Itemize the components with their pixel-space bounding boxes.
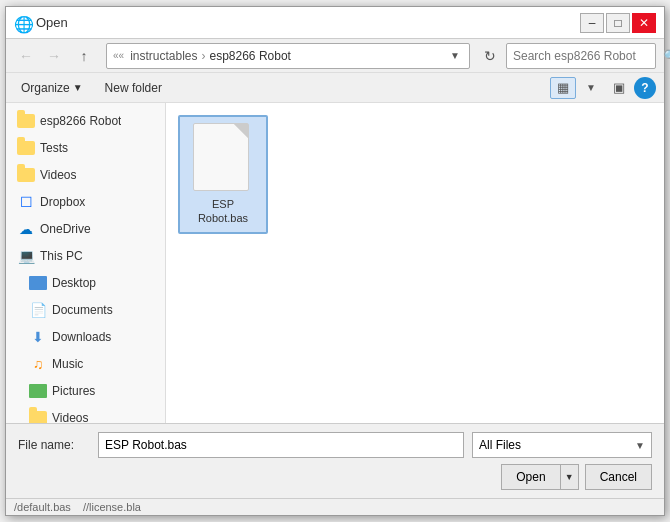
docs-icon: 📄 <box>29 301 47 319</box>
organize-button[interactable]: Organize ▼ <box>14 78 90 98</box>
breadcrumb: «« instructables › esp8266 Robot <box>113 49 447 63</box>
search-box[interactable]: 🔍 <box>506 43 656 69</box>
open-dropdown-arrow[interactable]: ▼ <box>560 465 578 489</box>
minimize-button[interactable]: – <box>580 13 604 33</box>
footer: File name: All Files ▼ Open ▼ Cancel <box>6 423 664 498</box>
file-icon <box>193 123 253 193</box>
organize-dropdown-icon: ▼ <box>73 82 83 93</box>
title-bar: 🌐 Open – □ ✕ <box>6 7 664 39</box>
sidebar-item-desktop[interactable]: Desktop <box>8 270 163 296</box>
sidebar-item-label: esp8266 Robot <box>40 114 121 128</box>
window-controls: – □ ✕ <box>580 13 656 33</box>
music-icon: ♫ <box>29 355 47 373</box>
folder-icon <box>29 409 47 423</box>
open-button-group[interactable]: Open ▼ <box>501 464 578 490</box>
desktop-icon <box>29 274 47 292</box>
new-folder-button[interactable]: New folder <box>98 78 169 98</box>
sidebar-item-this-pc[interactable]: 💻 This PC <box>8 243 163 269</box>
sidebar-item-label: Videos <box>52 411 88 423</box>
sidebar-item-label: This PC <box>40 249 83 263</box>
organize-label: Organize <box>21 81 70 95</box>
pane-button[interactable]: ▣ <box>606 77 632 99</box>
filename-row: File name: All Files ▼ <box>18 432 652 458</box>
filename-input[interactable] <box>98 432 464 458</box>
sidebar-item-documents[interactable]: 📄 Documents <box>8 297 163 323</box>
maximize-button[interactable]: □ <box>606 13 630 33</box>
breadcrumb-part-2: esp8266 Robot <box>210 49 291 63</box>
open-dialog: 🌐 Open – □ ✕ ← → ↑ «« instructables › es… <box>5 6 665 516</box>
address-dropdown-arrow[interactable]: ▼ <box>447 50 463 61</box>
sidebar-item-dropbox[interactable]: ☐ Dropbox <box>8 189 163 215</box>
open-button[interactable]: Open <box>502 465 559 489</box>
folder-icon <box>17 166 35 184</box>
search-input[interactable] <box>513 49 663 63</box>
sidebar-item-downloads[interactable]: ⬇ Downloads <box>8 324 163 350</box>
secondary-toolbar: Organize ▼ New folder ▦ ▼ ▣ ? <box>6 73 664 103</box>
status-item-2: //license.bla <box>83 501 141 513</box>
file-name: ESP Robot.bas <box>186 197 260 226</box>
help-button[interactable]: ? <box>634 77 656 99</box>
sidebar-item-label: Music <box>52 357 83 371</box>
cancel-button[interactable]: Cancel <box>585 464 652 490</box>
file-grid: ESP Robot.bas <box>174 111 656 238</box>
sidebar-item-label: Tests <box>40 141 68 155</box>
sidebar-item-label: Desktop <box>52 276 96 290</box>
filetype-value: All Files <box>479 438 521 452</box>
sidebar-item-music[interactable]: ♫ Music <box>8 351 163 377</box>
dropbox-icon: ☐ <box>17 193 35 211</box>
file-paper-icon <box>193 123 249 191</box>
downloads-icon: ⬇ <box>29 328 47 346</box>
sidebar-item-label: OneDrive <box>40 222 91 236</box>
pictures-icon <box>29 382 47 400</box>
main-area: esp8266 Robot Tests Videos ☐ Dropbox <box>6 103 664 423</box>
address-toolbar: ← → ↑ «« instructables › esp8266 Robot ▼… <box>6 39 664 73</box>
footer-buttons: Open ▼ Cancel <box>18 464 652 490</box>
view-controls: ▦ ▼ ▣ ? <box>550 77 656 99</box>
sidebar-item-videos2[interactable]: Videos <box>8 405 163 423</box>
content-area: ESP Robot.bas <box>166 103 664 423</box>
onedrive-icon: ☁ <box>17 220 35 238</box>
sidebar: esp8266 Robot Tests Videos ☐ Dropbox <box>6 103 166 423</box>
forward-button[interactable]: → <box>42 44 66 68</box>
address-bar[interactable]: «« instructables › esp8266 Robot ▼ <box>106 43 470 69</box>
back-button[interactable]: ← <box>14 44 38 68</box>
breadcrumb-part-1: instructables <box>130 49 197 63</box>
sidebar-item-label: Documents <box>52 303 113 317</box>
file-item-esp-robot-bas[interactable]: ESP Robot.bas <box>178 115 268 234</box>
refresh-button[interactable]: ↻ <box>478 44 502 68</box>
sidebar-item-label: Dropbox <box>40 195 85 209</box>
chrome-icon: 🌐 <box>14 15 30 31</box>
filetype-dropdown-arrow: ▼ <box>635 440 645 451</box>
filetype-dropdown[interactable]: All Files ▼ <box>472 432 652 458</box>
search-icon: 🔍 <box>663 49 670 63</box>
sidebar-item-label: Pictures <box>52 384 95 398</box>
view-list-button[interactable]: ▦ <box>550 77 576 99</box>
close-button[interactable]: ✕ <box>632 13 656 33</box>
breadcrumb-chevron: «« <box>113 50 124 61</box>
filename-label: File name: <box>18 438 98 452</box>
sidebar-item-tests[interactable]: Tests <box>8 135 163 161</box>
view-dropdown-button[interactable]: ▼ <box>578 77 604 99</box>
sidebar-item-label: Videos <box>40 168 76 182</box>
up-button[interactable]: ↑ <box>70 44 98 68</box>
sidebar-item-onedrive[interactable]: ☁ OneDrive <box>8 216 163 242</box>
sidebar-item-label: Downloads <box>52 330 111 344</box>
sidebar-item-esp8266-robot[interactable]: esp8266 Robot <box>8 108 163 134</box>
dialog-title: Open <box>36 15 580 30</box>
folder-icon <box>17 139 35 157</box>
folder-icon <box>17 112 35 130</box>
status-item-1: /default.bas <box>14 501 71 513</box>
sidebar-item-videos[interactable]: Videos <box>8 162 163 188</box>
breadcrumb-sep-1: › <box>202 49 206 63</box>
pc-icon: 💻 <box>17 247 35 265</box>
status-bar: /default.bas //license.bla <box>6 498 664 515</box>
sidebar-item-pictures[interactable]: Pictures <box>8 378 163 404</box>
